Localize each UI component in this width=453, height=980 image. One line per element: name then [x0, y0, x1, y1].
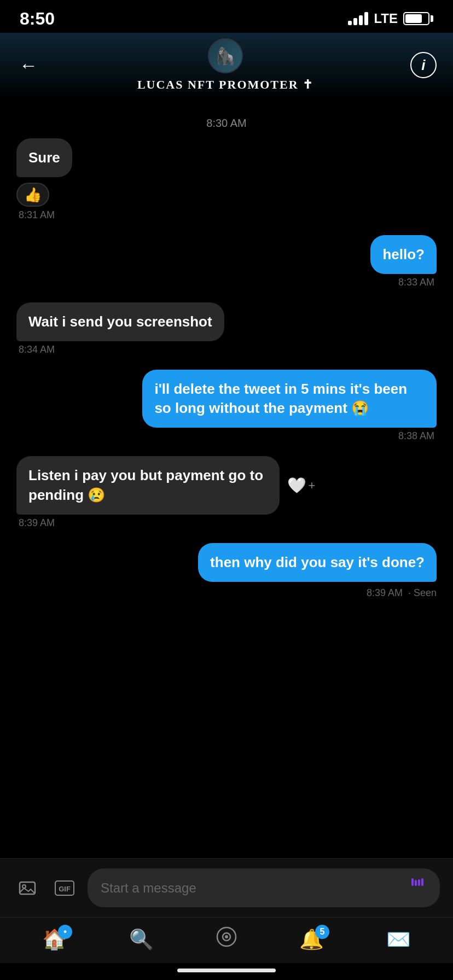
back-button[interactable]: ← — [16, 52, 40, 79]
message-row: Sure — [16, 138, 437, 177]
svg-text:GIF: GIF — [59, 885, 71, 893]
chat-area: 8:30 AM Sure 👍 8:31 AM hello? 8:33 AM Wa… — [0, 101, 453, 858]
timestamp-1: 8:30 AM — [16, 117, 437, 130]
message-input-placeholder[interactable]: Start a message — [101, 880, 409, 896]
input-bar: GIF Start a message — [0, 858, 453, 917]
message-row: i'll delete the tweet in 5 mins it's bee… — [16, 370, 437, 442]
message-bubble: Wait i send you screenshot — [16, 302, 224, 341]
message-time: 8:39 AM — [16, 517, 57, 529]
contact-info[interactable]: 🦍 LUCAS NFT Promoter ✝ — [137, 38, 313, 92]
svg-rect-5 — [415, 880, 417, 886]
svg-rect-4 — [411, 878, 414, 886]
message-row: then why did you say it's done? 8:39 AM … — [16, 543, 437, 599]
status-time: 8:50 — [20, 9, 55, 29]
voice-icon[interactable] — [409, 877, 427, 899]
message-bubble: i'll delete the tweet in 5 mins it's bee… — [142, 370, 437, 428]
gif-button[interactable]: GIF — [50, 874, 79, 902]
seen-label: · Seen — [408, 587, 437, 599]
info-button[interactable]: i — [410, 52, 437, 78]
message-bubble: Listen i pay you but payment go to pendi… — [16, 456, 280, 514]
chat-header: ← 🦍 LUCAS NFT Promoter ✝ i — [0, 33, 453, 101]
message-with-reaction: Listen i pay you but payment go to pendi… — [16, 456, 392, 514]
nav-spaces[interactable] — [216, 926, 237, 952]
search-icon: 🔍 — [129, 928, 154, 951]
svg-rect-7 — [421, 878, 423, 886]
nav-messages[interactable]: ✉️ — [386, 928, 411, 951]
bottom-nav: 🏠 • 🔍 🔔 5 ✉️ — [0, 917, 453, 963]
home-badge: • — [58, 925, 72, 939]
message-bubble: then why did you say it's done? — [198, 543, 437, 582]
reaction-row: 👍 8:31 AM — [16, 180, 437, 221]
thumbs-up-reaction: 👍 — [16, 183, 49, 207]
message-time: 8:34 AM — [16, 344, 57, 355]
home-bar — [177, 969, 276, 972]
avatar: 🦍 — [208, 38, 243, 73]
message-row: Wait i send you screenshot 8:34 AM — [16, 302, 437, 355]
message-row: hello? 8:33 AM — [16, 235, 437, 288]
svg-rect-6 — [418, 879, 420, 886]
message-bubble: hello? — [370, 235, 437, 274]
svg-rect-0 — [20, 882, 35, 894]
image-button[interactable] — [13, 874, 42, 902]
home-indicator — [0, 963, 453, 980]
message-time: 8:39 AM — [364, 587, 405, 599]
message-bubble: Sure — [16, 138, 72, 177]
message-time: 8:33 AM — [396, 277, 437, 288]
notifications-badge: 5 — [315, 925, 329, 939]
contact-name: LUCAS NFT Promoter ✝ — [137, 78, 313, 92]
status-bar: 8:50 LTE — [0, 0, 453, 33]
status-icons: LTE — [348, 11, 433, 26]
message-time: 8:38 AM — [396, 430, 437, 442]
nav-search[interactable]: 🔍 — [129, 928, 154, 951]
nav-home[interactable]: 🏠 • — [42, 928, 67, 951]
message-time: 8:31 AM — [16, 209, 57, 221]
spaces-icon — [216, 926, 237, 952]
svg-point-10 — [225, 935, 228, 938]
message-input-wrap[interactable]: Start a message — [88, 868, 440, 907]
nav-notifications[interactable]: 🔔 5 — [299, 928, 324, 951]
battery-icon — [403, 12, 433, 25]
signal-icon — [348, 12, 368, 25]
message-row: Listen i pay you but payment go to pendi… — [16, 456, 437, 528]
lte-label: LTE — [374, 11, 398, 26]
messages-icon: ✉️ — [386, 928, 411, 951]
heart-reaction[interactable]: 🤍+ — [287, 476, 316, 494]
